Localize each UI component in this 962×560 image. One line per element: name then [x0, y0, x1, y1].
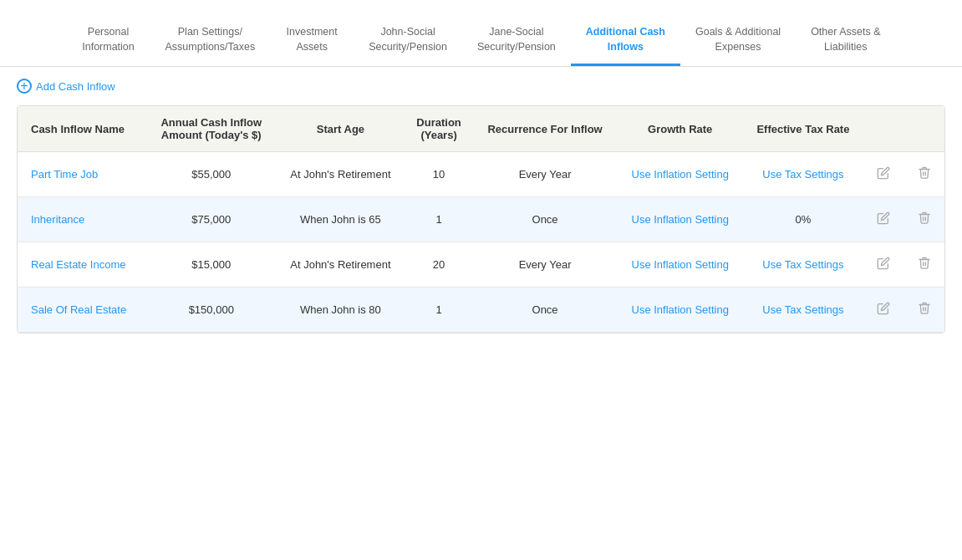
cell-growth-rate[interactable]: Use Inflation Setting — [618, 197, 743, 242]
table-row: Real Estate Income$15,000At John's Retir… — [18, 242, 944, 288]
cell-duration: 20 — [405, 242, 473, 288]
trash-icon — [918, 211, 931, 225]
table-row: Sale Of Real Estate$150,000When John is … — [18, 288, 944, 333]
edit-button[interactable] — [873, 298, 893, 322]
cell-growth-rate[interactable]: Use Inflation Setting — [618, 242, 743, 288]
cell-delete[interactable] — [903, 288, 944, 333]
cell-tax-rate: 0% — [743, 197, 863, 242]
cell-duration: 1 — [405, 197, 473, 242]
trash-icon — [918, 256, 931, 270]
cash-inflow-table-container: Cash Inflow NameAnnual Cash InflowAmount… — [17, 105, 945, 333]
delete-button[interactable] — [914, 162, 934, 186]
cell-duration: 10 — [405, 152, 473, 197]
cell-growth-rate[interactable]: Use Inflation Setting — [618, 288, 743, 333]
nav-item-other-assets-liabilities[interactable]: Other Assets & Liabilities — [796, 17, 895, 66]
trash-icon — [918, 165, 931, 180]
edit-button[interactable] — [873, 253, 893, 277]
table-header-col-6: Effective Tax Rate — [743, 106, 863, 152]
cell-tax-rate: Use Tax Settings — [743, 242, 863, 288]
cell-duration: 1 — [405, 288, 473, 333]
cell-growth-rate[interactable]: Use Inflation Setting — [618, 152, 743, 197]
table-row: Inheritance$75,000When John is 651OnceUs… — [18, 197, 944, 242]
pencil-icon — [877, 166, 890, 180]
cell-recurrence: Every Year — [473, 152, 618, 197]
cell-delete[interactable] — [903, 242, 944, 288]
cell-recurrence: Once — [473, 197, 618, 242]
cell-tax-rate: Use Tax Settings — [743, 288, 863, 333]
cell-start-age: When John is 80 — [276, 288, 405, 333]
table-header-col-5: Growth Rate — [618, 106, 743, 152]
cell-name: Part Time Job — [18, 152, 146, 197]
cell-edit[interactable] — [863, 242, 903, 288]
plus-icon: + — [17, 79, 32, 94]
cell-edit[interactable] — [863, 288, 903, 333]
cell-tax-rate: Use Tax Settings — [743, 152, 863, 197]
cell-amount: $150,000 — [146, 288, 276, 333]
cell-start-age: When John is 65 — [276, 197, 405, 242]
cell-recurrence: Once — [473, 288, 618, 333]
add-cash-inflow-button[interactable]: + Add Cash Inflow — [17, 79, 115, 94]
pencil-icon — [877, 302, 890, 315]
table-header-col-0: Cash Inflow Name — [18, 106, 146, 152]
cell-name: Real Estate Income — [18, 242, 146, 288]
trash-icon — [918, 301, 931, 315]
table-header-col-4: Recurrence For Inflow — [473, 106, 618, 152]
table-header-col-2: Start Age — [276, 106, 405, 152]
pencil-icon — [877, 257, 890, 270]
table-header-col-3: Duration(Years) — [405, 106, 473, 152]
cell-edit[interactable] — [863, 197, 903, 242]
cell-name: Inheritance — [18, 197, 146, 242]
cell-start-age: At John's Retirement — [276, 152, 405, 197]
cell-amount: $55,000 — [146, 152, 276, 197]
delete-button[interactable] — [914, 207, 934, 232]
cell-delete[interactable] — [903, 152, 944, 197]
delete-button[interactable] — [914, 252, 934, 277]
edit-button[interactable] — [873, 163, 893, 186]
nav-item-personal-information[interactable]: Personal Information — [67, 17, 150, 66]
nav-bar: Personal InformationPlan Settings/ Assum… — [0, 0, 962, 67]
cell-amount: $15,000 — [146, 242, 276, 288]
nav-item-additional-cash-inflows[interactable]: Additional Cash Inflows — [571, 17, 680, 66]
cash-inflow-table: Cash Inflow NameAnnual Cash InflowAmount… — [18, 106, 944, 333]
nav-item-investment-assets[interactable]: Investment Assets — [270, 17, 354, 66]
table-row: Part Time Job$55,000At John's Retirement… — [18, 152, 944, 197]
nav-item-john-social-security[interactable]: John-Social Security/Pension — [354, 17, 462, 66]
table-header: Cash Inflow NameAnnual Cash InflowAmount… — [18, 106, 944, 152]
cell-start-age: At John's Retirement — [276, 242, 405, 288]
table-header-col-8 — [903, 106, 944, 152]
delete-button[interactable] — [914, 298, 934, 322]
table-body: Part Time Job$55,000At John's Retirement… — [18, 152, 944, 333]
table-header-col-7 — [863, 106, 903, 152]
table-header-col-1: Annual Cash InflowAmount (Today's $) — [146, 106, 276, 152]
cell-amount: $75,000 — [146, 197, 276, 242]
pencil-icon — [877, 211, 890, 225]
cell-edit[interactable] — [863, 152, 903, 197]
nav-item-plan-settings[interactable]: Plan Settings/ Assumptions/Taxes — [150, 17, 271, 66]
nav-item-jane-social-security[interactable]: Jane-Social Security/Pension — [462, 17, 571, 66]
cell-recurrence: Every Year — [473, 242, 618, 288]
cell-delete[interactable] — [903, 197, 944, 242]
nav-item-goals-additional-expenses[interactable]: Goals & Additional Expenses — [680, 17, 796, 66]
cell-name: Sale Of Real Estate — [18, 288, 146, 333]
edit-button[interactable] — [873, 208, 893, 232]
add-cash-inflow-label: Add Cash Inflow — [36, 80, 115, 93]
